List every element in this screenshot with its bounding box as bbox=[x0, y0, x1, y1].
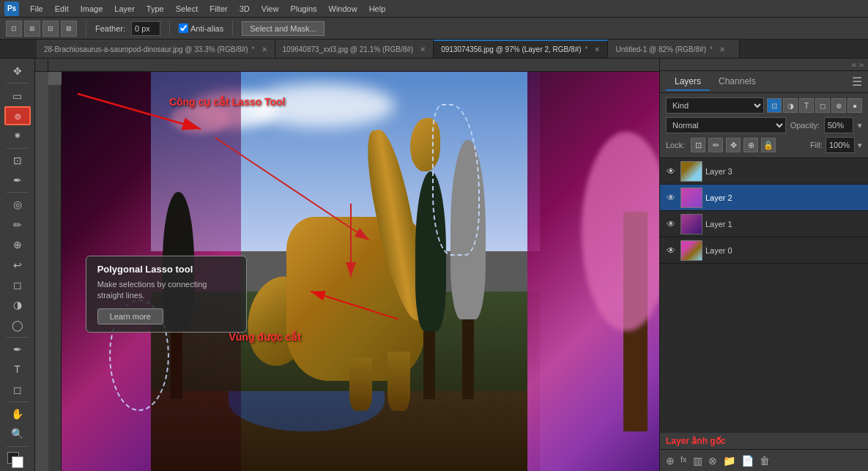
intersect-selection-btn[interactable]: ⊠ bbox=[61, 21, 77, 37]
type-tool[interactable]: T bbox=[4, 360, 31, 379]
layers-list: 👁 Layer 3 👁 Layer 2 👁 Layer 1 👁 bbox=[660, 158, 868, 433]
menu-view[interactable]: View bbox=[256, 3, 284, 15]
feather-input[interactable] bbox=[131, 21, 160, 36]
add-selection-btn[interactable]: ⊞ bbox=[24, 21, 40, 37]
lock-brush-icon[interactable]: ✏ bbox=[708, 138, 723, 152]
blend-mode-select[interactable]: Normal bbox=[666, 117, 786, 133]
opacity-arrow[interactable]: ▾ bbox=[858, 121, 862, 130]
canvas[interactable]: Công cụ cắt Lasso Tool Vùng được cắt Pol… bbox=[48, 72, 659, 471]
lock-move-icon[interactable]: ✥ bbox=[726, 138, 741, 152]
new-selection-btn[interactable]: ⊡ bbox=[6, 21, 22, 37]
menu-help[interactable]: Help bbox=[364, 3, 391, 15]
select-mask-button[interactable]: Select and Mask... bbox=[242, 21, 324, 36]
menu-file[interactable]: File bbox=[25, 3, 48, 15]
filter-smart-icon[interactable]: ⊕ bbox=[831, 98, 846, 113]
spot-heal-tool[interactable]: ◎ bbox=[4, 195, 31, 214]
menu-edit[interactable]: Edit bbox=[50, 3, 74, 15]
history-brush[interactable]: ↩ bbox=[4, 255, 31, 274]
foreground-color[interactable] bbox=[4, 449, 31, 468]
panel-menu-btn[interactable]: ☰ bbox=[852, 75, 862, 89]
clone-tool[interactable]: ⊕ bbox=[4, 235, 31, 254]
marquee-tool[interactable]: ▭ bbox=[4, 86, 31, 105]
brush-tool[interactable]: ✏ bbox=[4, 215, 31, 234]
kind-select[interactable]: Kind bbox=[666, 97, 764, 114]
adjustment-layer-icon[interactable]: ⊗ bbox=[708, 455, 717, 467]
menubar: Ps File Edit Image Layer Type Select Fil… bbox=[0, 0, 868, 18]
layer-1-visibility[interactable]: 👁 bbox=[664, 218, 678, 231]
menu-3d[interactable]: 3D bbox=[234, 3, 255, 15]
filter-type-icon[interactable]: T bbox=[799, 98, 814, 113]
filter-dot-icon[interactable]: ● bbox=[847, 98, 862, 113]
dodge-tool[interactable]: ◯ bbox=[4, 316, 31, 335]
app-icon: Ps bbox=[4, 1, 19, 16]
filter-shape-icon[interactable]: ◻ bbox=[815, 98, 830, 113]
lock-checkerboard-icon[interactable]: ⊡ bbox=[691, 138, 705, 152]
layer-item-0[interactable]: 👁 Layer 0 bbox=[660, 237, 868, 264]
layer-item-2[interactable]: 👁 Layer 2 bbox=[660, 185, 868, 211]
menu-image[interactable]: Image bbox=[75, 3, 108, 15]
link-layers-icon[interactable]: ⊕ bbox=[666, 455, 675, 467]
menu-select[interactable]: Select bbox=[171, 3, 204, 15]
lock-artboard-icon[interactable]: ⊕ bbox=[743, 138, 758, 152]
layer-3-visibility[interactable]: 👁 bbox=[664, 165, 678, 178]
opacity-input[interactable] bbox=[824, 117, 853, 133]
tool-separator-4 bbox=[7, 337, 29, 338]
layer-2-visibility[interactable]: 👁 bbox=[664, 191, 678, 204]
tab-0-close[interactable]: ✕ bbox=[261, 45, 267, 53]
tool-separator-5 bbox=[7, 401, 29, 402]
new-group-icon[interactable]: 📁 bbox=[723, 455, 735, 467]
menu-plugins[interactable]: Plugins bbox=[285, 3, 322, 15]
delete-layer-icon[interactable]: 🗑 bbox=[760, 455, 770, 467]
tab-2-close[interactable]: ✕ bbox=[594, 45, 600, 53]
tab-2[interactable]: 0913074356.jpg @ 97% (Layer 2, RGB/8#) *… bbox=[434, 40, 608, 58]
layer-item-1[interactable]: 👁 Layer 1 bbox=[660, 211, 868, 237]
lock-all-icon[interactable]: 🔒 bbox=[761, 138, 776, 152]
layer-effects-icon[interactable]: fx bbox=[680, 455, 687, 467]
tab-channels[interactable]: Channels bbox=[710, 73, 765, 91]
antialias-checkbox[interactable] bbox=[179, 23, 188, 33]
tab-3[interactable]: Untitled-1 @ 82% (RGB/8#) * ✕ bbox=[608, 40, 740, 58]
tab-3-modified: * bbox=[710, 45, 713, 53]
options-bar: ⊡ ⊞ ⊟ ⊠ Feather: Anti-alias Select and M… bbox=[0, 18, 868, 40]
ruler-v-svg bbox=[48, 85, 62, 471]
magic-wand-tool[interactable]: ⁕ bbox=[4, 126, 31, 145]
filter-adjust-icon[interactable]: ◑ bbox=[783, 98, 798, 113]
tab-1[interactable]: 109640873_xxl3.jpg @ 21.1% (RGB/8#) ✕ bbox=[275, 40, 434, 58]
pen-tool[interactable]: ✒ bbox=[4, 340, 31, 359]
menu-type[interactable]: Type bbox=[141, 3, 169, 15]
move-tool[interactable]: ✥ bbox=[4, 62, 31, 81]
canvas-area: Công cụ cắt Lasso Tool Vùng được cắt Pol… bbox=[35, 59, 659, 471]
tooltip-learn-more[interactable]: Learn more bbox=[97, 308, 163, 324]
zoom-tool[interactable]: 🔍 bbox=[4, 424, 31, 443]
ruler-horizontal bbox=[48, 59, 659, 72]
antialias-option[interactable]: Anti-alias bbox=[179, 23, 223, 33]
layer-3-thumb bbox=[680, 161, 702, 182]
tab-layers[interactable]: Layers bbox=[666, 73, 710, 91]
gradient-tool[interactable]: ◑ bbox=[4, 295, 31, 314]
crop-tool[interactable]: ⊡ bbox=[4, 151, 31, 170]
subtract-selection-btn[interactable]: ⊟ bbox=[42, 21, 59, 37]
eyedropper-tool[interactable]: ✒ bbox=[4, 171, 31, 190]
menu-window[interactable]: Window bbox=[324, 3, 363, 15]
shape-tool[interactable]: ◻ bbox=[4, 380, 31, 399]
eraser-tool[interactable]: ◻ bbox=[4, 275, 31, 294]
menu-layer[interactable]: Layer bbox=[109, 3, 140, 15]
tab-1-close[interactable]: ✕ bbox=[420, 45, 426, 53]
layer-item-3[interactable]: 👁 Layer 3 bbox=[660, 158, 868, 185]
fill-input[interactable] bbox=[826, 137, 855, 153]
tab-0[interactable]: 28-Brachiosaurus-a-sauropod-dinosaur.jpg… bbox=[37, 40, 275, 58]
layer-0-visibility[interactable]: 👁 bbox=[664, 244, 678, 257]
panel-collapse-bar: « » bbox=[660, 59, 868, 71]
panel-footer: ⊕ fx ▥ ⊗ 📁 📄 🗑 bbox=[660, 449, 868, 471]
tab-0-modified: * bbox=[252, 45, 255, 53]
panel-collapse-right[interactable]: » bbox=[859, 60, 864, 69]
lasso-tool[interactable]: ⌾ bbox=[4, 106, 31, 126]
panel-collapse-left[interactable]: « bbox=[852, 60, 856, 69]
fill-arrow[interactable]: ▾ bbox=[858, 141, 862, 150]
tab-3-close[interactable]: ✕ bbox=[719, 45, 725, 53]
new-layer-icon[interactable]: 📄 bbox=[741, 455, 754, 467]
menu-filter[interactable]: Filter bbox=[204, 3, 232, 15]
filter-pixel-icon[interactable]: ⊡ bbox=[767, 98, 782, 113]
layer-mask-icon[interactable]: ▥ bbox=[693, 455, 702, 467]
hand-tool[interactable]: ✋ bbox=[4, 404, 31, 423]
